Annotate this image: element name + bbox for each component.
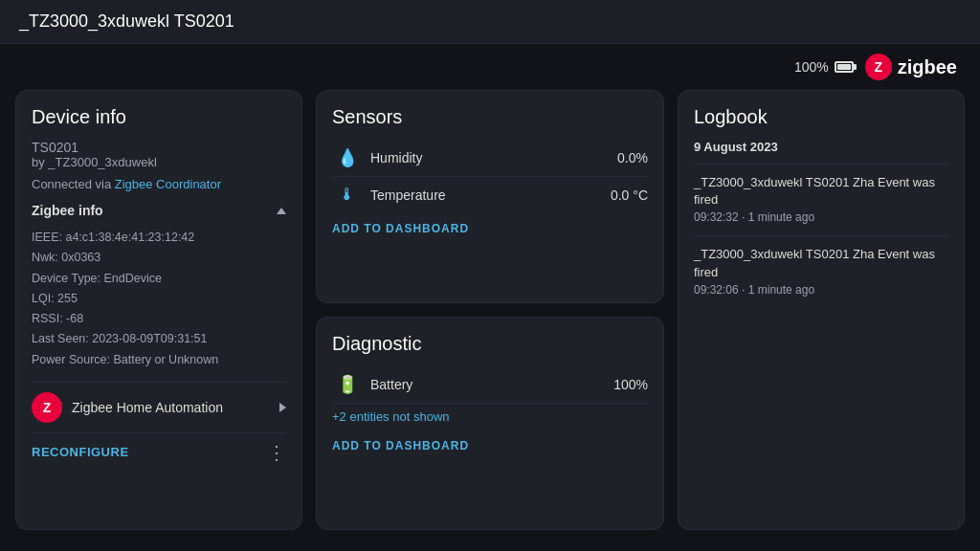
logbook-date: 9 August 2023 [694,140,948,154]
log-time-1: 09:32:32 · 1 minute ago [694,210,948,224]
temperature-value: 0.0 °C [611,187,648,203]
zigbee-home-row[interactable]: Z Zigbee Home Automation [32,382,286,433]
battery-sensor-icon: 🔋 [332,374,363,395]
reconfigure-button[interactable]: RECONFIGURE [32,445,129,459]
zigbee-z-letter: Z [874,59,882,75]
zha-z-letter: Z [43,400,52,415]
zigbee-circle-icon: Z [865,54,892,80]
humidity-icon: 💧 [332,147,363,168]
humidity-row: 💧 Humidity 0.0% [332,140,648,177]
ieee-info: IEEE: a4:c1:38:4e:41:23:12:42 [32,228,286,248]
battery-icon [835,61,854,73]
lqi-info: LQI: 255 [32,289,286,309]
rssi-info: RSSI: -68 [32,309,286,329]
logbook-divider-2 [694,235,948,236]
humidity-label: Humidity [363,150,617,165]
top-bar: 100% Z zigbee [0,44,980,90]
battery-percent: 100% [794,59,829,75]
diagnostic-add-dashboard-button[interactable]: ADD TO DASHBOARD [332,430,469,452]
diagnostic-title: Diagnostic [332,333,648,355]
power-source-info: Power Source: Battery or Unknown [32,350,286,370]
chevron-up-icon [277,208,286,214]
log-entry-1: _TZ3000_3xduwekl TS0201 Zha Event was fi… [694,174,948,224]
battery-label: Battery [363,377,613,392]
zha-icon: Z [32,392,62,423]
battery-status: 100% [794,59,854,75]
battery-row: 🔋 Battery 100% [332,366,648,404]
entities-not-shown[interactable]: +2 entities not shown [332,404,648,430]
zigbee-logo: Z zigbee [865,54,957,80]
middle-column: Sensors 💧 Humidity 0.0% 🌡 Temperature 0.… [316,90,664,530]
temperature-icon: 🌡 [332,185,363,205]
title-bar: _TZ3000_3xduwekl TS0201 [0,0,980,44]
sensors-card: Sensors 💧 Humidity 0.0% 🌡 Temperature 0.… [316,90,664,303]
device-info-title: Device info [32,106,286,128]
device-by: by _TZ3000_3xduwekl [32,155,286,169]
nwk-info: Nwk: 0x0363 [32,248,286,268]
device-model: TS0201 [32,140,286,155]
log-event-2: _TZ3000_3xduwekl TS0201 Zha Event was fi… [694,246,948,280]
sensors-title: Sensors [332,106,648,128]
connected-via-label: Connected via [32,177,115,191]
sensors-add-dashboard-button[interactable]: ADD TO DASHBOARD [332,212,469,235]
connected-via-text: Connected via Zigbee Coordinator [32,177,286,191]
logbook-title: Logbook [694,106,948,128]
chevron-right-icon [279,403,286,412]
humidity-value: 0.0% [617,150,648,165]
main-content: Device info TS0201 by _TZ3000_3xduwekl C… [0,90,980,545]
device-info-card: Device info TS0201 by _TZ3000_3xduwekl C… [15,90,302,530]
log-entry-2: _TZ3000_3xduwekl TS0201 Zha Event was fi… [694,246,948,296]
zigbee-coordinator-link[interactable]: Zigbee Coordinator [115,177,221,191]
log-event-1: _TZ3000_3xduwekl TS0201 Zha Event was fi… [694,174,948,209]
page-title: _TZ3000_3xduwekl TS0201 [19,11,234,31]
zha-left: Z Zigbee Home Automation [32,392,223,423]
zigbee-brand-name: zigbee [898,56,957,78]
zigbee-details: IEEE: a4:c1:38:4e:41:23:12:42 Nwk: 0x036… [32,228,286,370]
battery-value: 100% [613,377,648,392]
log-time-2: 09:32:06 · 1 minute ago [694,283,948,297]
temperature-row: 🌡 Temperature 0.0 °C [332,177,648,212]
last-seen-info: Last Seen: 2023-08-09T09:31:51 [32,329,286,349]
diagnostic-card: Diagnostic 🔋 Battery 100% +2 entities no… [316,317,664,530]
zha-label: Zigbee Home Automation [72,400,223,415]
card-footer: RECONFIGURE ⋮ [32,433,286,462]
device-type-info: Device Type: EndDevice [32,269,286,289]
logbook-divider [694,164,948,165]
temperature-label: Temperature [363,187,611,203]
more-options-button[interactable]: ⋮ [267,443,286,462]
zigbee-info-label: Zigbee info [32,203,103,218]
logbook-card: Logbook 9 August 2023 _TZ3000_3xduwekl T… [678,90,965,530]
zigbee-info-header[interactable]: Zigbee info [32,203,286,218]
